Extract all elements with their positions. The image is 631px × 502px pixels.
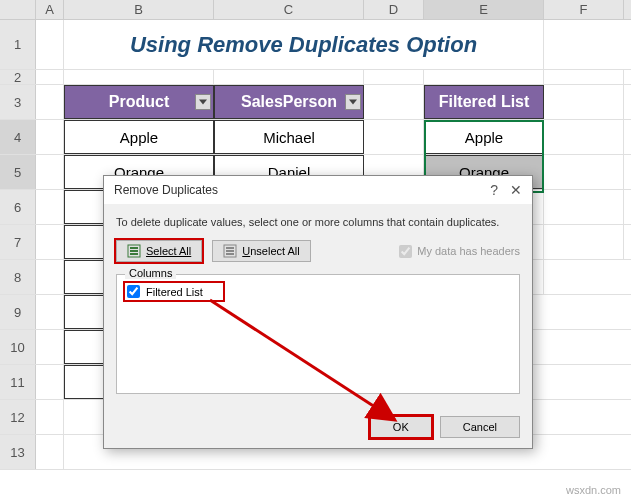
column-headers: A B C D E F <box>0 0 631 20</box>
cell-A8[interactable] <box>36 260 64 294</box>
row-1: 1 Using Remove Duplicates Option <box>0 20 631 70</box>
col-header-F[interactable]: F <box>544 0 624 19</box>
row-header-8[interactable]: 8 <box>0 260 36 294</box>
row-header-11[interactable]: 11 <box>0 365 36 399</box>
cell-E2[interactable] <box>424 70 544 84</box>
col-header-C[interactable]: C <box>214 0 364 19</box>
cancel-button[interactable]: Cancel <box>440 416 520 438</box>
unselect-all-label: Unselect All <box>242 245 299 257</box>
cell-B4[interactable]: Apple <box>64 120 214 154</box>
row-header-12[interactable]: 12 <box>0 400 36 434</box>
cell-B2[interactable] <box>64 70 214 84</box>
row-2: 2 <box>0 70 631 85</box>
row-header-4[interactable]: 4 <box>0 120 36 154</box>
select-all-icon <box>127 244 141 258</box>
cell-D4[interactable] <box>364 120 424 154</box>
cell-D2[interactable] <box>364 70 424 84</box>
headers-checkbox-label: My data has headers <box>417 245 520 257</box>
cell-A2[interactable] <box>36 70 64 84</box>
title-cell[interactable]: Using Remove Duplicates Option <box>64 20 544 69</box>
col-header-A[interactable]: A <box>36 0 64 19</box>
svg-rect-2 <box>130 250 138 252</box>
header-product[interactable]: Product <box>64 85 214 119</box>
filter-icon[interactable] <box>195 94 211 110</box>
header-filtered-label: Filtered List <box>439 93 530 111</box>
cell-F3[interactable] <box>544 85 624 119</box>
columns-fieldset: Columns Filtered List <box>116 274 520 394</box>
row-3: 3 Product SalesPerson Filtered List <box>0 85 631 120</box>
cell-A10[interactable] <box>36 330 64 364</box>
header-product-label: Product <box>109 93 169 111</box>
ok-button[interactable]: OK <box>370 416 432 438</box>
help-icon[interactable]: ? <box>490 182 498 198</box>
cell-F7[interactable] <box>544 225 624 259</box>
cell-A11[interactable] <box>36 365 64 399</box>
dialog-instruction: To delete duplicate values, select one o… <box>116 216 520 228</box>
svg-rect-3 <box>130 253 138 255</box>
cell-A7[interactable] <box>36 225 64 259</box>
close-icon[interactable]: ✕ <box>510 182 522 198</box>
cell-A9[interactable] <box>36 295 64 329</box>
header-salesperson-label: SalesPerson <box>241 93 337 111</box>
row-header-13[interactable]: 13 <box>0 435 36 469</box>
remove-duplicates-dialog: Remove Duplicates ? ✕ To delete duplicat… <box>103 175 533 449</box>
row-header-6[interactable]: 6 <box>0 190 36 224</box>
select-all-corner[interactable] <box>0 0 36 19</box>
svg-rect-6 <box>226 250 234 252</box>
cell-A5[interactable] <box>36 155 64 189</box>
cell-C2[interactable] <box>214 70 364 84</box>
row-header-9[interactable]: 9 <box>0 295 36 329</box>
row-header-10[interactable]: 10 <box>0 330 36 364</box>
cell-A4[interactable] <box>36 120 64 154</box>
select-all-label: Select All <box>146 245 191 257</box>
row-header-3[interactable]: 3 <box>0 85 36 119</box>
my-data-headers-checkbox[interactable]: My data has headers <box>399 245 520 258</box>
row-header-1[interactable]: 1 <box>0 20 36 69</box>
column-item-label: Filtered List <box>146 286 203 298</box>
cell-F6[interactable] <box>544 190 624 224</box>
cell-F2[interactable] <box>544 70 624 84</box>
svg-rect-5 <box>226 247 234 249</box>
cell-A12[interactable] <box>36 400 64 434</box>
column-checkbox[interactable] <box>127 285 140 298</box>
dialog-titlebar: Remove Duplicates ? ✕ <box>104 176 532 204</box>
headers-checkbox-input[interactable] <box>399 245 412 258</box>
filter-icon[interactable] <box>345 94 361 110</box>
row-header-7[interactable]: 7 <box>0 225 36 259</box>
cell-D3[interactable] <box>364 85 424 119</box>
svg-rect-1 <box>130 247 138 249</box>
cell-A6[interactable] <box>36 190 64 224</box>
cell-C4[interactable]: Michael <box>214 120 364 154</box>
cell-A13[interactable] <box>36 435 64 469</box>
select-all-button[interactable]: Select All <box>116 240 202 262</box>
cell-A1[interactable] <box>36 20 64 69</box>
cell-A3[interactable] <box>36 85 64 119</box>
dialog-title: Remove Duplicates <box>114 183 218 197</box>
row-header-5[interactable]: 5 <box>0 155 36 189</box>
cell-F4[interactable] <box>544 120 624 154</box>
svg-rect-7 <box>226 253 234 255</box>
col-header-E[interactable]: E <box>424 0 544 19</box>
column-item-filtered-list[interactable]: Filtered List <box>125 283 223 300</box>
row-header-2[interactable]: 2 <box>0 70 36 84</box>
cell-F5[interactable] <box>544 155 624 189</box>
row-4: 4 Apple Michael Apple <box>0 120 631 155</box>
columns-label: Columns <box>125 267 176 279</box>
col-header-B[interactable]: B <box>64 0 214 19</box>
header-salesperson[interactable]: SalesPerson <box>214 85 364 119</box>
cell-E4[interactable]: Apple <box>424 120 544 154</box>
col-header-D[interactable]: D <box>364 0 424 19</box>
header-filtered[interactable]: Filtered List <box>424 85 544 119</box>
unselect-all-button[interactable]: Unselect All <box>212 240 310 262</box>
watermark: wsxdn.com <box>566 484 621 496</box>
unselect-all-icon <box>223 244 237 258</box>
